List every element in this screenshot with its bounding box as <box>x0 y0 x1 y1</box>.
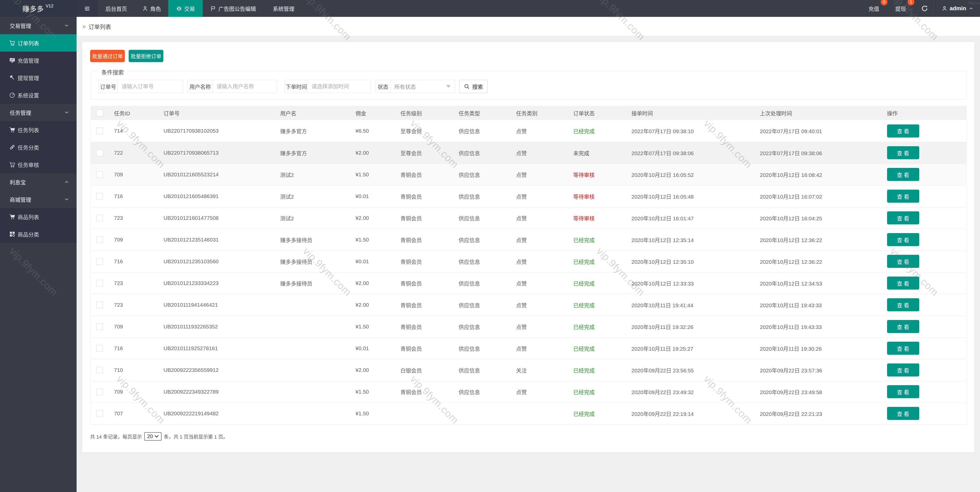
user-menu[interactable]: admin <box>935 0 980 17</box>
view-button[interactable]: 查 看 <box>887 276 919 289</box>
cell-level: 青铜会员 <box>401 251 459 272</box>
cell-task-id: 707 <box>114 403 164 424</box>
sidebar-group-task-management[interactable]: 任务管理 <box>0 104 76 121</box>
topnav-item-label: 角色 <box>150 5 161 12</box>
user-name-input[interactable] <box>213 80 277 93</box>
sidebar-group-mall-management[interactable]: 商城管理 <box>0 191 76 208</box>
sidebar-item-label: 任务审核 <box>18 161 39 168</box>
brand-logo[interactable]: 赚多多 V12 <box>0 0 76 17</box>
sidebar-group-trade-management[interactable]: 交易管理 <box>0 17 76 34</box>
orders-table: 任务ID 订单号 用户名 佣金 任务级别 任务类型 任务类别 订单状态 接单时间… <box>91 106 967 425</box>
page-size-select[interactable]: 20 <box>144 432 162 441</box>
chevron-up-icon <box>64 179 70 185</box>
order-time-input[interactable] <box>308 80 371 93</box>
cell-process-time: 2020年10月12日 12:34:53 <box>760 272 887 294</box>
cell-user <box>280 337 356 359</box>
sidebar-group-label: 商城管理 <box>10 195 31 203</box>
row-checkbox[interactable] <box>96 150 103 156</box>
row-checkbox[interactable] <box>96 171 103 178</box>
batch-toolbar: 批量通过订单 批量拒绝订单 <box>90 50 163 62</box>
view-button[interactable]: 查 看 <box>887 385 919 398</box>
column-header: 任务类别 <box>516 106 573 120</box>
row-checkbox[interactable] <box>96 323 103 330</box>
row-checkbox[interactable] <box>96 215 103 221</box>
category-icon <box>9 231 15 237</box>
row-checkbox[interactable] <box>96 280 103 286</box>
cell-type: 供应信息 <box>459 316 516 337</box>
cell-accept-time: 2020年10月12日 16:05:48 <box>632 185 760 207</box>
sidebar-item-withdraw-management[interactable]: 提现管理 <box>0 69 76 86</box>
cell-type: 供应信息 <box>459 381 516 403</box>
view-button[interactable]: 查 看 <box>887 363 919 377</box>
cell-type: 供应信息 <box>459 294 516 316</box>
row-checkbox[interactable] <box>96 388 103 395</box>
topnav-shortcut-recharge[interactable]: 充值 0 <box>860 0 887 17</box>
topnav-shortcut-withdraw[interactable]: 提现 1 <box>887 0 914 17</box>
view-button[interactable]: 查 看 <box>887 168 919 181</box>
view-button[interactable]: 查 看 <box>887 298 919 311</box>
topnav-item-admin-home[interactable]: 后台首页 <box>98 0 135 17</box>
sidebar-group-interest-treasure[interactable]: 利息宝 <box>0 173 76 191</box>
sidebar-item-label: 任务分类 <box>18 144 39 151</box>
sidebar-item-task-list[interactable]: 任务列表 <box>0 121 76 139</box>
sidebar-item-goods-category[interactable]: 商品分类 <box>0 225 76 243</box>
topnav-item-trade[interactable]: 交易 <box>168 0 203 17</box>
select-all-checkbox[interactable] <box>96 110 103 116</box>
status-select[interactable]: 所有状态 <box>391 80 455 93</box>
search-legend: 条件搜索 <box>98 68 127 76</box>
sidebar-item-label: 充值管理 <box>18 56 39 64</box>
cell-status: 未完成 <box>573 142 632 164</box>
sidebar-item-task-category[interactable]: 任务分类 <box>0 139 76 156</box>
cell-category: 点赞 <box>516 185 573 207</box>
row-checkbox[interactable] <box>96 367 103 374</box>
cell-task-id: 722 <box>114 142 164 164</box>
batch-reject-button[interactable]: 批量拒绝订单 <box>129 50 163 62</box>
topnav-item-role[interactable]: 角色 <box>135 0 168 17</box>
view-button[interactable]: 查 看 <box>887 320 919 333</box>
table-row: 709 UB2010121605523214 测试2 ¥1.50 青铜会员 供应… <box>91 164 967 185</box>
sidebar-item-order-list[interactable]: 订单列表 <box>0 34 76 52</box>
sidebar-group-label: 利息宝 <box>10 178 26 186</box>
cell-commission: ¥1.50 <box>356 316 401 337</box>
row-checkbox[interactable] <box>96 128 103 134</box>
topnav-item-system-management[interactable]: 系统管理 <box>263 0 304 17</box>
view-button[interactable]: 查 看 <box>887 342 919 355</box>
view-button[interactable]: 查 看 <box>887 407 919 420</box>
topnav-item-ad-banner-editor[interactable]: 广告图公告编辑 <box>203 0 263 17</box>
sidebar-item-recharge-management[interactable]: 充值管理 <box>0 52 76 69</box>
sidebar-item-system-settings[interactable]: 系统设置 <box>0 86 76 104</box>
view-button[interactable]: 查 看 <box>887 190 919 203</box>
brand-version: V12 <box>46 3 53 9</box>
cell-order-no: UB2207170938065713 <box>164 142 280 164</box>
batch-approve-button[interactable]: 批量通过订单 <box>90 50 125 62</box>
column-header: 订单状态 <box>573 106 632 120</box>
row-checkbox[interactable] <box>96 410 103 417</box>
cell-category: 点赞 <box>516 337 573 359</box>
view-button[interactable]: 查 看 <box>887 211 919 224</box>
select-caret-icon <box>446 85 451 88</box>
row-checkbox[interactable] <box>96 236 103 243</box>
cell-commission: ¥0.01 <box>356 185 401 207</box>
cell-user <box>280 316 356 337</box>
table-row: 722 UB2207170938065713 赚多多官方 ¥2.00 至尊会员 … <box>91 142 967 164</box>
cell-process-time: 2020年10月12日 12:36:22 <box>760 229 887 251</box>
table-row: 723 UB2010121233334223 赚多多接待员 ¥2.00 青铜会员… <box>91 272 967 294</box>
row-checkbox[interactable] <box>96 258 103 265</box>
view-button[interactable]: 查 看 <box>887 233 919 246</box>
row-checkbox[interactable] <box>96 345 103 352</box>
sidebar-item-goods-list[interactable]: 商品列表 <box>0 208 76 225</box>
sidebar-item-task-review[interactable]: 任务审核 <box>0 156 76 173</box>
refresh-button[interactable] <box>914 0 935 17</box>
view-button[interactable]: 查 看 <box>887 146 919 159</box>
cell-level: 青铜会员 <box>401 337 459 359</box>
view-button[interactable]: 查 看 <box>887 125 919 137</box>
collapse-menu-button[interactable] <box>76 0 98 17</box>
content-card: 批量通过订单 批量拒绝订单 条件搜索 订单号 用户名称 下单时间 状态 所有状态… <box>82 42 974 452</box>
filter-group: 下单时间 <box>285 80 371 93</box>
view-button[interactable]: 查 看 <box>887 255 919 268</box>
search-button[interactable]: 搜索 <box>459 80 488 93</box>
order-no-input[interactable] <box>118 80 183 93</box>
row-checkbox[interactable] <box>96 193 103 200</box>
row-checkbox[interactable] <box>96 302 103 308</box>
cell-commission: ¥1.50 <box>356 164 401 185</box>
